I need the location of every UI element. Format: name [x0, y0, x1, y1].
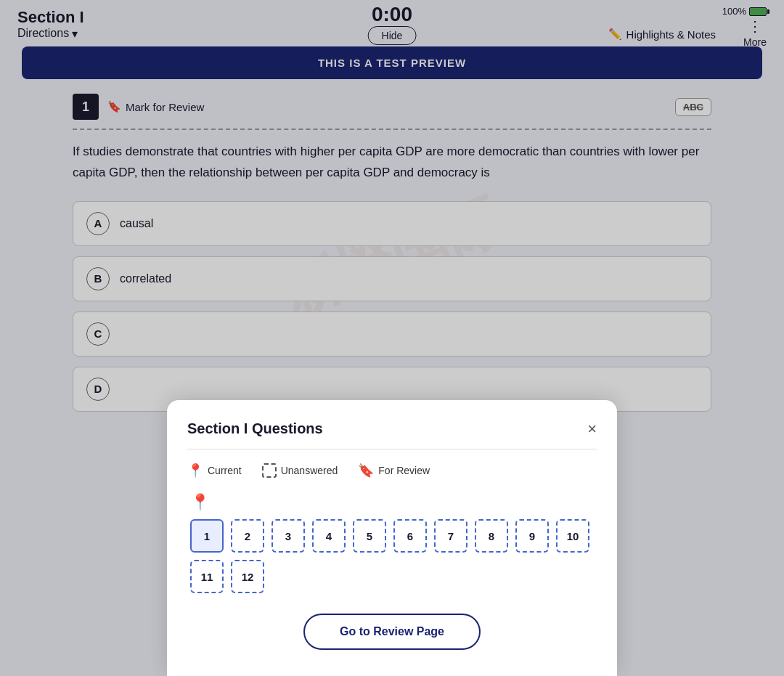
unanswered-box-icon [262, 463, 277, 478]
question-grid-item-4[interactable]: 4 [312, 519, 346, 553]
legend-for-review-label: For Review [378, 465, 430, 476]
review-btn-container: Go to Review Page [187, 614, 597, 650]
modal-divider [187, 449, 597, 449]
question-grid-item-6[interactable]: 6 [393, 519, 427, 553]
section-questions-modal: Section I Questions × 📍 Current Unanswer… [167, 400, 617, 676]
for-review-bookmark-icon: 🔖 [358, 463, 374, 479]
legend-unanswered-label: Unanswered [281, 465, 338, 476]
modal-close-button[interactable]: × [587, 421, 597, 437]
question-grid-item-10[interactable]: 10 [556, 519, 589, 553]
current-location-pin: 📍 [190, 493, 210, 512]
modal-overlay[interactable]: Section I Questions × 📍 Current Unanswer… [0, 0, 784, 676]
legend-for-review: 🔖 For Review [358, 463, 430, 479]
legend-current: 📍 Current [187, 463, 242, 479]
question-grid-item-3[interactable]: 3 [271, 519, 305, 553]
question-grid: 123456789101112 [187, 519, 597, 593]
legend: 📍 Current Unanswered 🔖 For Review [187, 463, 597, 479]
question-grid-item-8[interactable]: 8 [475, 519, 508, 553]
question-grid-item-1[interactable]: 1 [190, 519, 224, 553]
go-to-review-button[interactable]: Go to Review Page [303, 614, 481, 650]
question-grid-item-12[interactable]: 12 [231, 560, 264, 593]
modal-header: Section I Questions × [187, 420, 597, 437]
legend-unanswered: Unanswered [262, 463, 338, 478]
question-grid-item-5[interactable]: 5 [353, 519, 386, 553]
legend-current-label: Current [208, 465, 242, 476]
question-grid-item-9[interactable]: 9 [515, 519, 549, 553]
question-grid-header: 📍 [187, 493, 597, 512]
question-grid-item-11[interactable]: 11 [190, 560, 224, 593]
location-pin-icon: 📍 [187, 463, 203, 479]
question-grid-item-7[interactable]: 7 [434, 519, 467, 553]
question-grid-item-2[interactable]: 2 [231, 519, 264, 553]
modal-title: Section I Questions [187, 420, 323, 437]
